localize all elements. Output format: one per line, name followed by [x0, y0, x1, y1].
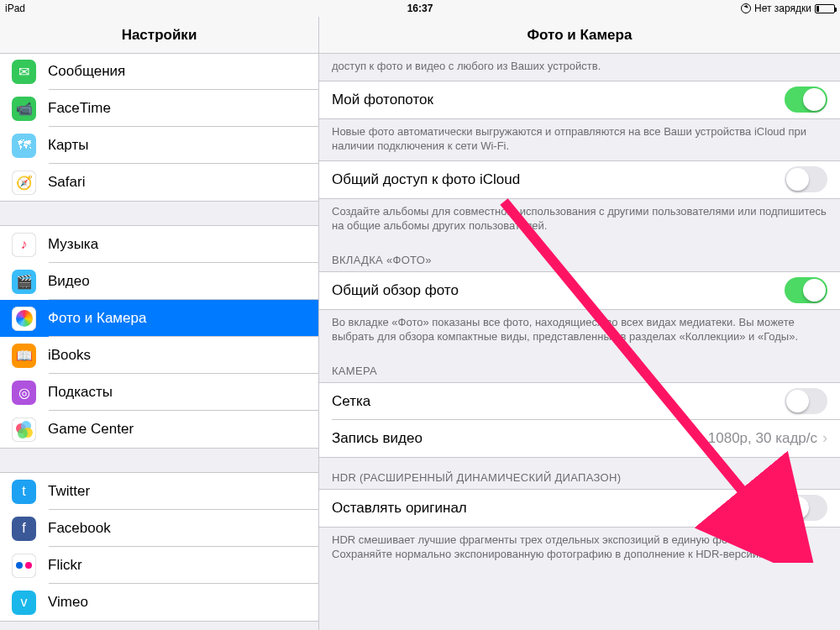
ibooks-icon: 📖	[12, 344, 36, 368]
sidebar-item-music[interactable]: ♪Музыка	[0, 226, 318, 263]
detail-pane: Фото и Камера доступ к фото и видео с лю…	[319, 17, 840, 630]
row-record-video[interactable]: Запись видео 1080p, 30 кадр/с ›	[319, 420, 840, 457]
sidebar-item-label: Сообщения	[48, 63, 125, 80]
detail-title: Фото и Камера	[528, 27, 633, 44]
toggle-keep-original[interactable]	[785, 495, 827, 521]
label-photostream: Мой фотопоток	[332, 92, 433, 108]
gamecenter-icon	[12, 417, 36, 442]
sidebar-item-label: Карты	[48, 137, 88, 154]
sidebar-item-label: Twitter	[48, 483, 90, 500]
toggle-grid[interactable]	[785, 388, 827, 414]
sidebar-item-label: FaceTime	[48, 100, 111, 117]
settings-sidebar: Настройки ✉︎Сообщения📹FaceTime🗺Карты🧭Saf…	[0, 17, 319, 630]
sidebar-item-safari[interactable]: 🧭Safari	[0, 164, 318, 201]
sidebar-item-facetime[interactable]: 📹FaceTime	[0, 90, 318, 127]
sidebar-item-label: Подкасты	[48, 384, 113, 401]
value-record-video: 1080p, 30 кадр/с	[708, 430, 817, 447]
label-record-video: Запись видео	[332, 430, 423, 447]
photos-icon	[12, 307, 36, 331]
row-summarize[interactable]: Общий обзор фото	[319, 272, 840, 309]
messages-icon: ✉︎	[12, 60, 36, 84]
caption-summarize: Во вкладке «Фото» показаны все фото, нах…	[319, 310, 840, 351]
music-icon: ♪	[12, 233, 36, 257]
sidebar-item-label: Safari	[48, 174, 85, 191]
sidebar-item-ibooks[interactable]: 📖iBooks	[0, 337, 318, 374]
safari-icon: 🧭	[12, 171, 36, 195]
toggle-icloud-sharing[interactable]	[785, 166, 827, 192]
status-device: iPad	[5, 3, 25, 14]
header-camera: Камера	[319, 351, 840, 382]
flickr-icon	[12, 554, 36, 578]
sidebar-item-label: Видео	[48, 273, 90, 290]
label-summarize: Общий обзор фото	[332, 282, 459, 299]
sidebar-item-facebook[interactable]: fFacebook	[0, 510, 318, 547]
sidebar-item-maps[interactable]: 🗺Карты	[0, 127, 318, 164]
label-grid: Сетка	[332, 393, 370, 410]
vimeo-icon: v	[12, 591, 36, 615]
row-icloud-sharing[interactable]: Общий доступ к фото iCloud	[319, 161, 840, 198]
sidebar-title: Настройки	[122, 27, 197, 44]
sidebar-item-label: iBooks	[48, 347, 91, 364]
sidebar-item-label: Flickr	[48, 557, 82, 574]
sidebar-item-label: Game Center	[48, 421, 134, 438]
sidebar-item-podcasts[interactable]: ◎Подкасты	[0, 374, 318, 411]
status-bar: iPad 16:37 Нет зарядки	[0, 0, 840, 17]
caption-access: доступ к фото и видео с любого из Ваших …	[319, 54, 840, 81]
caption-icloud-sharing: Создайте альбомы для совместного использ…	[319, 199, 840, 240]
sync-icon	[741, 3, 751, 13]
row-keep-original[interactable]: Оставлять оригинал	[319, 490, 840, 527]
video-icon: 🎬	[12, 270, 36, 294]
header-hdr: HDR (расширенный динамический диапазон)	[319, 458, 840, 489]
chevron-right-icon: ›	[822, 429, 827, 447]
status-time: 16:37	[407, 3, 433, 14]
maps-icon: 🗺	[12, 134, 36, 158]
sidebar-item-video[interactable]: 🎬Видео	[0, 263, 318, 300]
twitter-icon: t	[12, 480, 36, 504]
podcasts-icon: ◎	[12, 381, 36, 405]
caption-photostream: Новые фото автоматически выгружаются и о…	[319, 119, 840, 160]
sidebar-item-twitter[interactable]: tTwitter	[0, 473, 318, 510]
status-battery-text: Нет зарядки	[754, 3, 811, 14]
row-photostream[interactable]: Мой фотопоток	[319, 81, 840, 118]
label-icloud-sharing: Общий доступ к фото iCloud	[332, 171, 520, 188]
header-photos-tab: Вкладка «Фото»	[319, 240, 840, 271]
sidebar-item-label: Фото и Камера	[48, 310, 146, 327]
sidebar-item-label: Facebook	[48, 520, 111, 537]
sidebar-item-vimeo[interactable]: vVimeo	[0, 584, 318, 621]
toggle-summarize[interactable]	[785, 277, 827, 303]
sidebar-navbar: Настройки	[0, 17, 318, 54]
sidebar-item-label: Музыка	[48, 236, 98, 253]
sidebar-item-flickr[interactable]: Flickr	[0, 547, 318, 584]
caption-hdr: HDR смешивает лучшие фрагменты трех отде…	[319, 528, 840, 579]
row-grid[interactable]: Сетка	[319, 383, 840, 420]
battery-icon	[815, 4, 835, 13]
detail-scroll[interactable]: доступ к фото и видео с любого из Ваших …	[319, 54, 840, 630]
sidebar-item-messages[interactable]: ✉︎Сообщения	[0, 54, 318, 90]
sidebar-scroll[interactable]: ✉︎Сообщения📹FaceTime🗺Карты🧭Safari♪Музыка…	[0, 54, 318, 630]
detail-navbar: Фото и Камера	[319, 17, 840, 54]
facetime-icon: 📹	[12, 97, 36, 121]
sidebar-item-photos[interactable]: Фото и Камера	[0, 300, 318, 337]
toggle-photostream[interactable]	[785, 87, 827, 113]
sidebar-item-label: Vimeo	[48, 594, 88, 611]
facebook-icon: f	[12, 517, 36, 541]
label-keep-original: Оставлять оригинал	[332, 500, 467, 517]
sidebar-item-gamecenter[interactable]: Game Center	[0, 411, 318, 448]
